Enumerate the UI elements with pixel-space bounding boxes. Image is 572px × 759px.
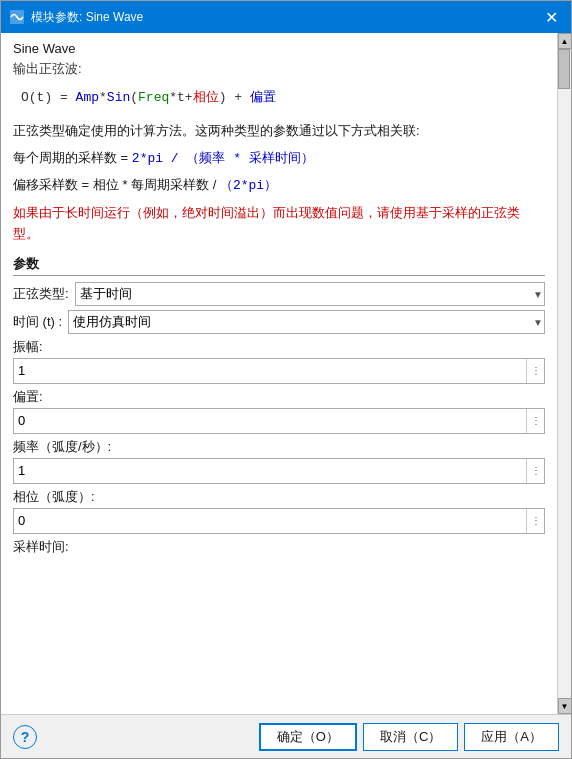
confirm-button[interactable]: 确定（O）: [259, 723, 357, 751]
param-freq-wrapper: ⋮: [13, 458, 545, 484]
param-offset-dots[interactable]: ⋮: [526, 409, 544, 433]
param-amp-input[interactable]: [14, 359, 526, 383]
content-area: Sine Wave 输出正弦波: O(t) = Amp*Sin(Freq*t+相…: [1, 33, 557, 714]
warning-text: 如果由于长时间运行（例如，绝对时间溢出）而出现数值问题，请使用基于采样的正弦类型…: [13, 203, 545, 245]
desc3-text: 偏移采样数 = 相位 * 每周期采样数 /: [13, 177, 220, 192]
param-time-row: 时间 (t) : 使用仿真时间 使用外部信号 ▼: [13, 310, 545, 334]
formula-freq: Freq: [138, 90, 169, 105]
param-amp-dots[interactable]: ⋮: [526, 359, 544, 383]
param-offset-row: 偏置: ⋮: [13, 388, 545, 434]
formula-amp: Amp: [76, 90, 99, 105]
output-label: 输出正弦波:: [13, 60, 545, 78]
param-phase-dots[interactable]: ⋮: [526, 509, 544, 533]
formula-phase: 相位: [193, 90, 219, 105]
apply-button[interactable]: 应用（A）: [464, 723, 559, 751]
param-sampletime-row: 采样时间:: [13, 538, 545, 558]
desc1: 正弦类型确定使用的计算方法。这两种类型的参数通过以下方式相关联:: [13, 121, 545, 142]
close-button[interactable]: ✕: [539, 5, 563, 29]
scrollbar[interactable]: ▲ ▼: [557, 33, 571, 714]
formula-sin: Sin: [107, 90, 130, 105]
dialog: 模块参数: Sine Wave ✕ Sine Wave 输出正弦波: O(t) …: [0, 0, 572, 759]
param-time-label: 时间 (t) :: [13, 313, 62, 331]
desc2-formula: 2*pi / （频率 * 采样时间）: [132, 151, 314, 166]
formula-prefix: O(t) =: [21, 90, 76, 105]
param-phase-row: 相位（弧度）: ⋮: [13, 488, 545, 534]
param-phase-input[interactable]: [14, 509, 526, 533]
footer-buttons: 确定（O） 取消（C） 应用（A）: [259, 723, 559, 751]
param-time-select[interactable]: 使用仿真时间 使用外部信号: [68, 310, 545, 334]
scroll-track: [558, 49, 571, 698]
param-sine-type-wrapper: 基于时间 基于采样 ▼: [75, 282, 545, 306]
param-sampletime-label: 采样时间:: [13, 538, 545, 556]
scroll-up-btn[interactable]: ▲: [558, 33, 572, 49]
param-phase-label: 相位（弧度）:: [13, 488, 545, 506]
title-bar: 模块参数: Sine Wave ✕: [1, 1, 571, 33]
param-amp-row: 振幅: ⋮: [13, 338, 545, 384]
param-time-wrapper: 使用仿真时间 使用外部信号 ▼: [68, 310, 545, 334]
scroll-down-btn[interactable]: ▼: [558, 698, 572, 714]
scroll-thumb[interactable]: [558, 49, 570, 89]
desc3: 偏移采样数 = 相位 * 每周期采样数 / （2*pi）: [13, 175, 545, 197]
dialog-title: 模块参数: Sine Wave: [31, 9, 539, 26]
param-amp-label: 振幅:: [13, 338, 545, 356]
param-sine-type-row: 正弦类型: 基于时间 基于采样 ▼: [13, 282, 545, 306]
dialog-icon: [9, 9, 25, 25]
desc2-text: 每个周期的采样数 =: [13, 150, 132, 165]
param-offset-wrapper: ⋮: [13, 408, 545, 434]
formula-bias: 偏置: [250, 90, 276, 105]
param-amp-wrapper: ⋮: [13, 358, 545, 384]
param-freq-row: 频率（弧度/秒）: ⋮: [13, 438, 545, 484]
param-sine-type-label: 正弦类型:: [13, 285, 69, 303]
cancel-button[interactable]: 取消（C）: [363, 723, 458, 751]
param-offset-input[interactable]: [14, 409, 526, 433]
params-title: 参数: [13, 255, 545, 276]
formula-line: O(t) = Amp*Sin(Freq*t+相位) + 偏置: [21, 88, 537, 109]
formula-block: O(t) = Amp*Sin(Freq*t+相位) + 偏置: [13, 84, 545, 113]
desc2: 每个周期的采样数 = 2*pi / （频率 * 采样时间）: [13, 148, 545, 170]
footer: ? 确定（O） 取消（C） 应用（A）: [1, 714, 571, 758]
block-name: Sine Wave: [13, 41, 545, 56]
param-offset-label: 偏置:: [13, 388, 545, 406]
param-sine-type-select[interactable]: 基于时间 基于采样: [75, 282, 545, 306]
desc3-formula: （2*pi）: [220, 178, 277, 193]
param-freq-input[interactable]: [14, 459, 526, 483]
param-freq-dots[interactable]: ⋮: [526, 459, 544, 483]
help-button[interactable]: ?: [13, 725, 37, 749]
param-phase-wrapper: ⋮: [13, 508, 545, 534]
param-freq-label: 频率（弧度/秒）:: [13, 438, 545, 456]
